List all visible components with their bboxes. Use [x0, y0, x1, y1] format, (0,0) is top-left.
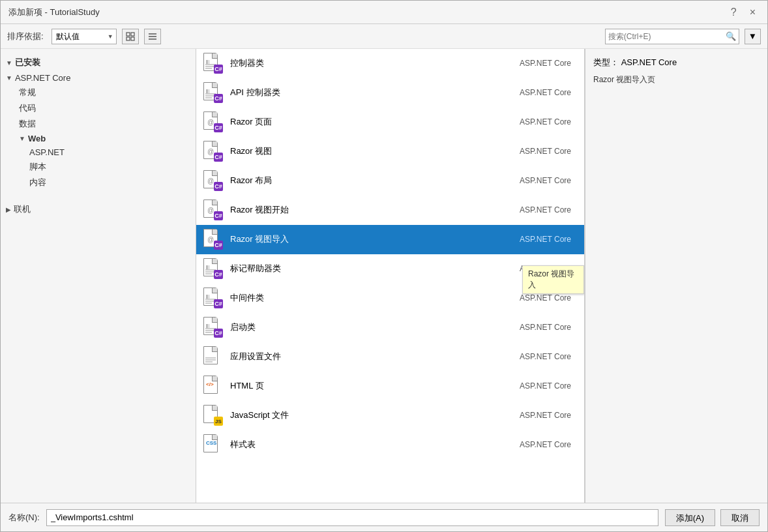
svg-rect-3: [131, 37, 134, 40]
item-icon: C#: [203, 317, 224, 338]
item-name: 启动类: [230, 321, 520, 333]
item-category: ASP.NET Core: [520, 381, 571, 391]
aspnet-core-triangle: ▼: [6, 74, 12, 81]
item-category: ASP.NET Core: [520, 440, 571, 449]
item-category: ASP.NET Core: [520, 293, 571, 303]
web-triangle: ▼: [19, 135, 25, 142]
item-category: ASP.NET Core: [520, 411, 571, 420]
item-icon: JS: [203, 405, 224, 426]
sidebar-item-aspnet[interactable]: ASP.NET: [1, 145, 196, 159]
item-name: HTML 页: [230, 380, 520, 392]
installed-label: 已安装: [15, 57, 40, 68]
cancel-button[interactable]: 取消: [720, 509, 760, 526]
search-icon: 🔍: [726, 31, 736, 41]
dialog-window: 添加新项 - TutorialStudy ? × 排序依据: 默认值 名称 类型: [0, 0, 768, 532]
item-icon: @ C#: [203, 141, 224, 162]
item-icon: C#: [203, 288, 224, 308]
item-name: Razor 布局: [230, 175, 520, 186]
item-name: Razor 视图: [230, 145, 520, 157]
item-name: 控制器类: [230, 57, 520, 69]
list-item[interactable]: </> HTML 页ASP.NET Core: [196, 372, 584, 401]
type-value: ASP.NET Core: [621, 57, 677, 67]
item-name: Razor 视图开始: [230, 204, 520, 216]
item-category: ASP.NET Core: [520, 205, 571, 214]
list-item[interactable]: @ C# Razor 视图开始ASP.NET Core: [196, 196, 584, 225]
add-button[interactable]: 添加(A): [665, 509, 715, 526]
item-name: API 控制器类: [230, 87, 520, 98]
content-label: 内容: [29, 177, 46, 188]
sidebar-item-online[interactable]: ▶ 联机: [1, 201, 196, 218]
sidebar-item-general[interactable]: 常规: [1, 85, 196, 100]
item-name: Razor 视图导入: [230, 233, 520, 245]
sidebar-item-data[interactable]: 数据: [1, 116, 196, 132]
item-name: 样式表: [230, 439, 520, 451]
svg-rect-1: [131, 33, 134, 36]
item-category: ASP.NET Core: [520, 59, 571, 68]
list-item[interactable]: C# 启动类ASP.NET Core: [196, 313, 584, 342]
list-item[interactable]: JS JavaScript 文件ASP.NET Core: [196, 401, 584, 430]
sort-label: 排序依据:: [7, 31, 44, 42]
item-icon: @ C#: [203, 170, 224, 191]
list-view-button[interactable]: [144, 29, 161, 44]
list-item[interactable]: C# 中间件类ASP.NET Core: [196, 284, 584, 313]
list-item[interactable]: C# 控制器类ASP.NET Core: [196, 49, 584, 78]
center-list: C# 控制器类ASP.NET Core C# API 控制器类ASP.NET C…: [196, 49, 585, 503]
item-name: 标记帮助器类: [230, 263, 520, 274]
list-item[interactable]: C# 标记帮助器类ASP.NET Core: [196, 254, 584, 284]
list-item[interactable]: @ C# Razor 视图导入ASP.NET Core: [196, 225, 584, 254]
window-title: 添加新项 - TutorialStudy: [8, 7, 100, 18]
bottom-buttons: 添加(A) 取消: [665, 509, 760, 526]
item-category: ASP.NET Core: [520, 176, 571, 185]
item-name: JavaScript 文件: [230, 409, 520, 421]
item-name: 应用设置文件: [230, 351, 520, 362]
sidebar-item-script[interactable]: 脚本: [1, 159, 196, 175]
item-icon: @ C#: [203, 200, 224, 220]
code-label: 代码: [19, 102, 36, 114]
item-icon: CSS: [203, 434, 224, 455]
item-icon: C#: [203, 82, 224, 103]
list-item[interactable]: 应用设置文件ASP.NET Core: [196, 342, 584, 372]
search-box[interactable]: 🔍: [605, 29, 739, 44]
sort-select-wrapper[interactable]: 默认值 名称 类型: [52, 29, 117, 44]
list-item[interactable]: C# API 控制器类ASP.NET Core: [196, 78, 584, 108]
item-category: ASP.NET Core: [520, 323, 571, 332]
right-panel-desc: Razor 视图导入页: [593, 74, 760, 85]
installed-triangle: ▼: [6, 59, 12, 66]
item-icon: [203, 346, 224, 367]
toolbar: 排序依据: 默认值 名称 类型 🔍: [1, 24, 767, 49]
sidebar-item-web[interactable]: ▼ Web: [1, 132, 196, 145]
list-item[interactable]: @ C# Razor 视图ASP.NET Core: [196, 137, 584, 166]
title-bar-buttons: ? ×: [727, 5, 760, 20]
list-item[interactable]: @ C# Razor 页面ASP.NET Core: [196, 108, 584, 137]
list-item[interactable]: @ C# Razor 布局ASP.NET Core: [196, 166, 584, 196]
search-input[interactable]: [608, 32, 726, 41]
grid-view-button[interactable]: [122, 29, 139, 44]
item-category: ASP.NET Core: [520, 352, 571, 361]
sidebar-item-code[interactable]: 代码: [1, 100, 196, 116]
svg-rect-2: [126, 37, 130, 40]
item-icon: </>: [203, 376, 224, 396]
item-icon: C#: [203, 258, 224, 279]
online-triangle: ▶: [6, 206, 11, 213]
close-button[interactable]: ×: [746, 5, 760, 20]
search-options-button[interactable]: ▼: [745, 29, 761, 44]
help-button[interactable]: ?: [727, 5, 741, 20]
sort-select[interactable]: 默认值 名称 类型: [52, 29, 117, 44]
general-label: 常规: [19, 87, 36, 98]
right-panel: 类型： ASP.NET Core Razor 视图导入页: [585, 49, 767, 503]
type-label: 类型：: [593, 57, 619, 67]
name-label: 名称(N):: [8, 512, 40, 524]
right-panel-type: 类型： ASP.NET Core: [593, 57, 760, 68]
sidebar-item-content[interactable]: 内容: [1, 175, 196, 190]
aspnet-label: ASP.NET: [29, 147, 65, 157]
item-category: ASP.NET Core: [520, 147, 571, 156]
sidebar-item-aspnet-core[interactable]: ▼ ASP.NET Core: [1, 71, 196, 85]
list-item[interactable]: CSS 样式表ASP.NET Core: [196, 430, 584, 460]
item-name: 中间件类: [230, 292, 520, 304]
main-area: ▼ 已安装 ▼ ASP.NET Core 常规 代码 数据 ▼ Web ASP.…: [1, 49, 767, 503]
item-category: ASP.NET Core: [520, 264, 571, 273]
item-icon: C#: [203, 53, 224, 74]
installed-section: ▼ 已安装: [1, 54, 196, 71]
name-input[interactable]: [46, 509, 658, 526]
sidebar: ▼ 已安装 ▼ ASP.NET Core 常规 代码 数据 ▼ Web ASP.…: [1, 49, 196, 503]
